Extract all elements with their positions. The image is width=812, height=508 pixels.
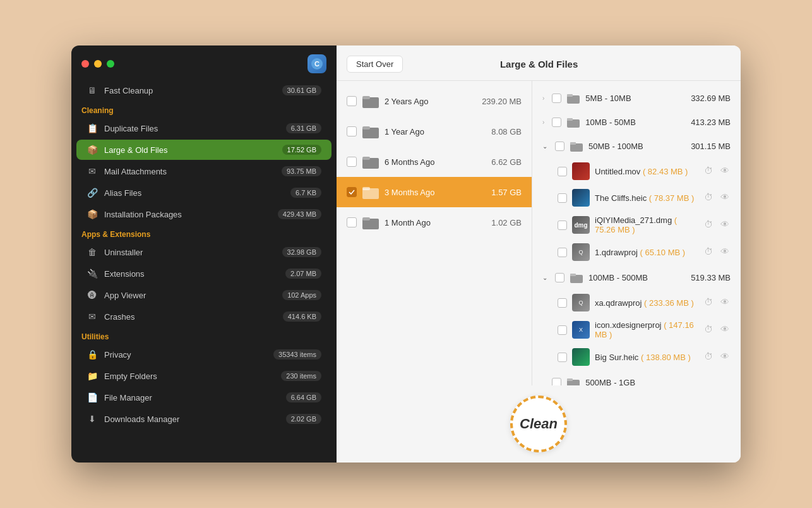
folder-icon: [362, 183, 379, 201]
file-checkbox[interactable]: [558, 221, 567, 230]
sidebar-label: Empty Folders: [104, 372, 281, 381]
clock-icon[interactable]: ⏱: [703, 166, 714, 177]
section-label: 50MB - 100MB: [588, 142, 643, 151]
clock-icon[interactable]: ⏱: [703, 297, 714, 308]
detail-file-iqiyi-dmg[interactable]: dmg iQIYIMedia_271.dmg ( 75.26 MB ) ⏱ 👁: [532, 211, 741, 239]
detail-file-1-qdrawproj[interactable]: Q 1.qdrawproj ( 65.10 MB ) ⏱ 👁: [532, 239, 741, 265]
detail-file-xa-qdrawproj[interactable]: Q xa.qdrawproj ( 233.36 MB ) ⏱ 👁: [532, 289, 741, 316]
detail-file-untitled-mov[interactable]: Untitled.mov ( 82.43 MB ) ⏱ 👁: [532, 158, 741, 184]
svg-text:C: C: [314, 60, 319, 68]
large-files-icon: 📦: [87, 144, 98, 155]
sidebar-item-fast-cleanup[interactable]: 🖥 Fast Cleanup 30.61 GB: [76, 80, 331, 100]
section-checkbox[interactable]: [555, 142, 564, 151]
section-checkbox[interactable]: [555, 273, 564, 282]
folder-icon: [362, 123, 379, 140]
sidebar-item-downloads-manager[interactable]: ⬇ Downloads Manager 2.02 GB: [76, 409, 331, 429]
file-name: xa.qdrawproj ( 233.36 MB ): [595, 298, 698, 308]
eye-icon[interactable]: 👁: [719, 297, 731, 308]
eye-icon[interactable]: 👁: [719, 351, 731, 363]
section-50mb-100mb[interactable]: ⌄ 50MB - 100MB 301.15 MB: [532, 134, 741, 158]
detail-file-icon-xdesignerproj[interactable]: X icon.xdesignerproj ( 147.16 MB ) ⏱ 👁: [532, 316, 741, 344]
file-checkbox[interactable]: [558, 298, 567, 308]
detail-file-cliffs-heic[interactable]: The Cliffs.heic ( 78.37 MB ) ⏱ 👁: [532, 184, 741, 211]
svg-rect-17: [570, 142, 576, 145]
file-row-1year[interactable]: 1 Year Ago 8.08 GB: [337, 116, 532, 147]
clock-icon[interactable]: ⏱: [703, 351, 714, 363]
section-500mb-1gb[interactable]: › 500MB - 1GB: [532, 370, 741, 385]
sidebar-item-crashes[interactable]: ✉ Crashes 414.6 KB: [76, 306, 331, 327]
eye-icon[interactable]: 👁: [719, 219, 731, 231]
downloads-icon: ⬇: [87, 413, 98, 425]
sidebar-item-duplicate-files[interactable]: 📋 Duplicate Files 6.31 GB: [76, 118, 331, 138]
file-size: 239.20 MB: [482, 97, 522, 106]
file-checkbox[interactable]: [558, 248, 567, 257]
folder-icon: [362, 214, 379, 231]
file-checkbox[interactable]: [558, 353, 567, 362]
svg-rect-13: [567, 94, 573, 97]
file-name: Big Sur.heic ( 138.80 MB ): [595, 353, 698, 362]
file-row-1month[interactable]: 1 Month Ago 1.02 GB: [337, 207, 532, 238]
file-name: 1.qdrawproj ( 65.10 MB ): [595, 248, 698, 257]
file-checkbox[interactable]: [347, 157, 357, 167]
sidebar-item-uninstaller[interactable]: 🗑 Uninstaller 32.98 GB: [76, 242, 331, 262]
start-over-button[interactable]: Start Over: [347, 56, 403, 73]
section-10mb-50mb[interactable]: › 10MB - 50MB 413.23 MB: [532, 110, 741, 134]
file-checkbox[interactable]: [347, 187, 357, 197]
section-utilities-header: Utilities: [71, 327, 337, 344]
file-checkbox[interactable]: [558, 325, 567, 335]
section-checkbox[interactable]: [552, 94, 561, 103]
clock-icon[interactable]: ⏱: [703, 192, 714, 203]
sidebar: C 🖥 Fast Cleanup 30.61 GB Cleaning 📋 Dup…: [71, 45, 337, 463]
detail-file-big-sur-heic[interactable]: Big Sur.heic ( 138.80 MB ) ⏱ 👁: [532, 344, 741, 370]
section-100mb-500mb[interactable]: ⌄ 100MB - 500MB 519.33 MB: [532, 265, 741, 289]
sidebar-badge: 93.75 MB: [282, 166, 321, 176]
file-row-3months[interactable]: 3 Months Ago 1.57 GB: [337, 177, 532, 207]
sidebar-item-installation-packages[interactable]: 📦 Installation Packages 429.43 MB: [76, 204, 331, 224]
section-checkbox[interactable]: [552, 118, 561, 127]
section-size: 332.69 MB: [691, 94, 731, 103]
svg-rect-19: [570, 274, 576, 276]
eye-icon[interactable]: 👁: [719, 246, 731, 258]
section-5mb-10mb[interactable]: › 5MB - 10MB 332.69 MB: [532, 86, 741, 110]
clean-button[interactable]: Clean: [510, 396, 567, 452]
file-checkbox[interactable]: [558, 167, 567, 176]
close-button[interactable]: [81, 60, 89, 68]
sidebar-item-file-manager[interactable]: 📄 File Manager 6.64 GB: [76, 387, 331, 408]
eye-icon[interactable]: 👁: [719, 192, 731, 203]
sidebar-item-alias-files[interactable]: 🔗 Alias Files 6.7 KB: [76, 183, 331, 203]
sidebar-item-app-viewer[interactable]: 🅐 App Viewer 102 Apps: [76, 285, 331, 305]
app-viewer-icon: 🅐: [87, 289, 98, 301]
clock-icon[interactable]: ⏱: [703, 324, 714, 336]
file-checkbox[interactable]: [558, 193, 567, 203]
sidebar-item-large-old-files[interactable]: 📦 Large & Old Files 17.52 GB: [76, 140, 331, 160]
file-name: Untitled.mov ( 82.43 MB ): [595, 167, 698, 176]
eye-icon[interactable]: 👁: [719, 166, 731, 177]
file-row-2years[interactable]: 2 Years Ago 239.20 MB: [337, 86, 532, 116]
clock-icon[interactable]: ⏱: [703, 219, 714, 231]
file-checkbox[interactable]: [347, 96, 357, 106]
app-icon: C: [307, 54, 326, 73]
main-content: Start Over Large & Old Files 2 Years Ago…: [337, 45, 741, 463]
eye-icon[interactable]: 👁: [719, 324, 731, 336]
svg-rect-3: [362, 96, 370, 99]
sidebar-item-empty-folders[interactable]: 📁 Empty Folders 230 items: [76, 366, 331, 386]
maximize-button[interactable]: [107, 60, 114, 68]
svg-rect-15: [567, 118, 573, 121]
minimize-button[interactable]: [94, 60, 102, 68]
sidebar-label: Large & Old Files: [104, 145, 282, 155]
file-row-6months[interactable]: 6 Months Ago 6.62 GB: [337, 147, 532, 177]
sidebar-item-mail-attachments[interactable]: ✉ Mail Attachments 93.75 MB: [76, 161, 331, 181]
section-checkbox[interactable]: [552, 378, 561, 386]
svg-rect-7: [362, 157, 370, 160]
file-checkbox[interactable]: [347, 126, 357, 136]
file-checkbox[interactable]: [347, 217, 357, 227]
sidebar-item-privacy[interactable]: 🔒 Privacy 35343 items: [76, 344, 331, 365]
expand-arrow-icon: ⌄: [542, 143, 547, 150]
clock-icon[interactable]: ⏱: [703, 246, 714, 258]
sidebar-item-extensions[interactable]: 🔌 Extensions 2.07 MB: [76, 263, 331, 284]
sidebar-label: App Viewer: [104, 291, 282, 300]
packages-icon: 📦: [87, 209, 98, 220]
sidebar-badge: 2.02 GB: [286, 414, 321, 424]
expand-arrow-icon: ›: [542, 119, 544, 126]
sidebar-label: Fast Cleanup: [104, 86, 282, 95]
